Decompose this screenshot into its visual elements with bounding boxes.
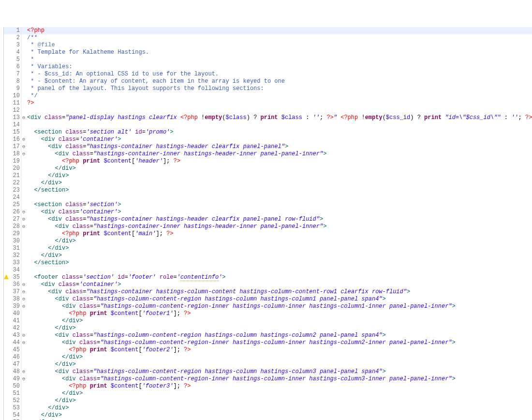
- code-content[interactable]: <?php print $content['header']; ?>: [26, 158, 532, 165]
- code-content[interactable]: <?php: [26, 27, 532, 34]
- code-content[interactable]: <div class="hastings-column-content-regi…: [26, 339, 532, 346]
- fold-toggle[interactable]: ⊖: [21, 288, 26, 296]
- code-content[interactable]: * - $content: An array of content, each …: [26, 78, 532, 85]
- code-line[interactable]: 13⊖<div class="panel-display hastings cl…: [4, 114, 532, 121]
- code-line[interactable]: 47 </div>: [4, 361, 532, 368]
- code-line[interactable]: 32 </div>: [4, 252, 532, 259]
- code-content[interactable]: *: [26, 56, 532, 63]
- code-line[interactable]: 6 * Variables:: [4, 63, 532, 71]
- code-content[interactable]: [26, 267, 532, 274]
- code-line[interactable]: 53 </div>: [4, 405, 532, 412]
- fold-toggle[interactable]: ⊖: [21, 223, 26, 230]
- code-content[interactable]: <div class="hastings-column-content-regi…: [26, 332, 532, 339]
- code-line[interactable]: 29 <?php print $content['main']; ?>: [4, 230, 532, 238]
- code-line[interactable]: 44⊖ <div class="hastings-column-content-…: [4, 339, 532, 346]
- code-content[interactable]: <?php print $content['footer2']; ?>: [26, 346, 532, 354]
- code-content[interactable]: </div>: [26, 165, 532, 172]
- code-content[interactable]: <div class="hastings-column-content-regi…: [26, 368, 532, 375]
- code-content[interactable]: <?php print $content['footer1']; ?>: [26, 310, 532, 317]
- code-content[interactable]: </div>: [26, 354, 532, 361]
- fold-toggle[interactable]: ⊖: [21, 296, 26, 303]
- code-line[interactable]: 20 </div>: [4, 165, 532, 172]
- code-line[interactable]: 12: [4, 107, 532, 114]
- code-content[interactable]: </section>: [26, 259, 532, 267]
- code-line[interactable]: 39⊖ <div class="hastings-column-content-…: [4, 303, 532, 310]
- code-content[interactable]: <div class="hastings-column-content-regi…: [26, 296, 532, 303]
- code-content[interactable]: <div class="hastings-column-content-regi…: [26, 375, 532, 383]
- code-line[interactable]: 54 </div>: [4, 412, 532, 419]
- code-line[interactable]: 16⊖ <div class='container'>: [4, 136, 532, 143]
- code-line[interactable]: 28⊖ <div class="hastings-container-inner…: [4, 223, 532, 230]
- code-content[interactable]: </div>: [26, 361, 532, 368]
- code-content[interactable]: * Variables:: [26, 63, 532, 71]
- code-content[interactable]: <section class='section alt' id='promo'>: [26, 129, 532, 136]
- fold-collapse-icon[interactable]: ⊖: [22, 217, 25, 222]
- code-line[interactable]: 43⊖ <div class="hastings-column-content-…: [4, 332, 532, 339]
- code-content[interactable]: */: [26, 92, 532, 100]
- code-line[interactable]: 30 </div>: [4, 238, 532, 245]
- fold-toggle[interactable]: ⊖: [21, 281, 26, 288]
- code-line[interactable]: 3 * @file: [4, 42, 532, 49]
- fold-toggle[interactable]: ⊖: [21, 216, 26, 223]
- code-line[interactable]: 15 <section class='section alt' id='prom…: [4, 129, 532, 136]
- code-line[interactable]: 21 </div>: [4, 172, 532, 180]
- code-content[interactable]: <div class="hastings-container hastings-…: [26, 216, 532, 223]
- code-line[interactable]: 38⊖ <div class="hastings-column-content-…: [4, 296, 532, 303]
- code-content[interactable]: <div class='container'>: [26, 281, 532, 288]
- code-line[interactable]: 49⊖ <div class="hastings-column-content-…: [4, 375, 532, 383]
- code-content[interactable]: * @file: [26, 42, 532, 49]
- code-line[interactable]: 31 </div>: [4, 245, 532, 252]
- fold-collapse-icon[interactable]: ⊖: [22, 151, 25, 157]
- code-content[interactable]: <section class='section'>: [26, 201, 532, 209]
- code-content[interactable]: </div>: [26, 412, 532, 419]
- code-line[interactable]: 48⊖ <div class="hastings-column-content-…: [4, 368, 532, 375]
- code-line[interactable]: 11?>: [4, 100, 532, 107]
- code-content[interactable]: * - $css_id: An optional CSS id to use f…: [26, 71, 532, 78]
- code-line[interactable]: 35 <footer class='section' id='footer' r…: [4, 274, 532, 281]
- fold-collapse-icon[interactable]: ⊖: [22, 115, 25, 120]
- code-content[interactable]: <div class="hastings-container-inner has…: [26, 150, 532, 158]
- code-line[interactable]: 7 * - $css_id: An optional CSS id to use…: [4, 71, 532, 78]
- fold-toggle[interactable]: ⊖: [21, 209, 26, 216]
- code-content[interactable]: </div>: [26, 172, 532, 180]
- code-line[interactable]: 23 </section>: [4, 187, 532, 194]
- code-content[interactable]: </div>: [26, 317, 532, 325]
- code-content[interactable]: [26, 107, 532, 114]
- code-line[interactable]: 45 <?php print $content['footer2']; ?>: [4, 346, 532, 354]
- code-line[interactable]: 34: [4, 267, 532, 274]
- code-line[interactable]: 10 */: [4, 92, 532, 100]
- code-line[interactable]: 18⊖ <div class="hastings-container-inner…: [4, 150, 532, 158]
- fold-toggle[interactable]: ⊖: [21, 368, 26, 375]
- fold-toggle[interactable]: ⊖: [21, 143, 26, 150]
- code-line[interactable]: 27⊖ <div class="hastings-container hasti…: [4, 216, 532, 223]
- code-content[interactable]: * Template for Kalatheme Hastings.: [26, 49, 532, 56]
- code-line[interactable]: 42 </div>: [4, 325, 532, 332]
- code-line[interactable]: 24: [4, 194, 532, 201]
- fold-toggle[interactable]: ⊖: [21, 339, 26, 346]
- code-line[interactable]: 8 * - $content: An array of content, eac…: [4, 78, 532, 85]
- code-content[interactable]: <div class="hastings-column-content-regi…: [26, 303, 532, 310]
- code-content[interactable]: </div>: [26, 252, 532, 259]
- code-content[interactable]: [26, 121, 532, 129]
- code-content[interactable]: </div>: [26, 390, 532, 397]
- code-line[interactable]: 51 </div>: [4, 390, 532, 397]
- code-content[interactable]: <?php print $content['footer3']; ?>: [26, 383, 532, 390]
- code-line[interactable]: 50 <?php print $content['footer3']; ?>: [4, 383, 532, 390]
- code-content[interactable]: <footer class='section' id='footer' role…: [26, 274, 532, 281]
- fold-collapse-icon[interactable]: ⊖: [22, 144, 25, 150]
- code-content[interactable]: <?php print $content['main']; ?>: [26, 230, 532, 238]
- code-line[interactable]: 2/**: [4, 34, 532, 42]
- code-content[interactable]: <div class='container'>: [26, 136, 532, 143]
- code-line[interactable]: 41 </div>: [4, 317, 532, 325]
- code-line[interactable]: 52 </div>: [4, 397, 532, 405]
- fold-collapse-icon[interactable]: ⊖: [22, 210, 25, 215]
- code-line[interactable]: 1<?php: [4, 27, 532, 34]
- code-line[interactable]: 22 </div>: [4, 180, 532, 187]
- code-content[interactable]: </div>: [26, 325, 532, 332]
- code-line[interactable]: 37⊖ <div class="hastings-container hasti…: [4, 288, 532, 296]
- code-editor[interactable]: 1<?php2/**3 * @file4 * Template for Kala…: [0, 27, 532, 420]
- fold-toggle[interactable]: ⊖: [21, 332, 26, 339]
- code-content[interactable]: <div class='container'>: [26, 209, 532, 216]
- code-content[interactable]: </div>: [26, 180, 532, 187]
- code-line[interactable]: 5 *: [4, 56, 532, 63]
